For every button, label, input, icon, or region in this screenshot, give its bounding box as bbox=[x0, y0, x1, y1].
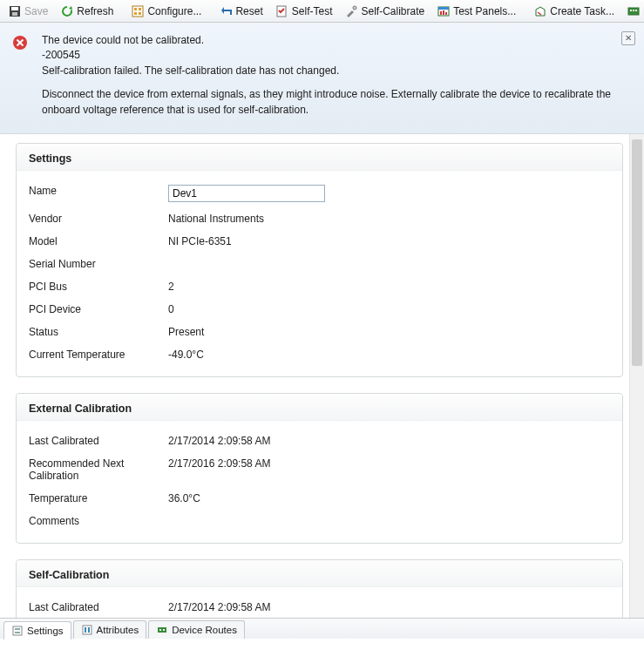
tab-label: Attributes bbox=[97, 625, 139, 635]
external-calibration-panel: External Calibration Last Calibrated 2/1… bbox=[16, 393, 623, 544]
tab-label: Device Routes bbox=[172, 625, 237, 635]
error-line3: Disconnect the device from external sign… bbox=[42, 87, 613, 118]
create-task-button[interactable]: Create Task... bbox=[528, 2, 620, 21]
row-vendor: Vendor National Instruments bbox=[29, 207, 610, 230]
bottom-tabs: Settings Attributes Device Routes bbox=[0, 618, 644, 639]
row-model: Model NI PCIe-6351 bbox=[29, 230, 610, 253]
row-next-calibration: Recommended Next Calibration 2/17/2016 2… bbox=[29, 452, 610, 487]
row-name: Name bbox=[29, 179, 610, 207]
value: 0 bbox=[168, 303, 610, 315]
svg-rect-21 bbox=[15, 628, 20, 630]
toolbar-label: Save bbox=[24, 5, 48, 17]
settings-panel: Settings Name Vendor National Instrument… bbox=[16, 143, 623, 377]
label: Name bbox=[29, 185, 168, 197]
svg-rect-20 bbox=[13, 626, 22, 635]
test-panels-button[interactable]: Test Panels... bbox=[431, 2, 521, 21]
value: 2/17/2014 2:09:58 AM bbox=[168, 601, 610, 613]
save-icon bbox=[8, 4, 22, 18]
label: PCI Bus bbox=[29, 281, 168, 293]
label: Recommended Next Calibration bbox=[29, 457, 168, 482]
create-task-icon bbox=[533, 4, 547, 18]
device-icon bbox=[627, 4, 641, 18]
label: Current Temperature bbox=[29, 349, 168, 361]
toolbar-label: Test Panels... bbox=[453, 5, 516, 17]
error-line2: Self-calibration failed. The self-calibr… bbox=[42, 64, 613, 78]
row-comments: Comments bbox=[29, 510, 610, 532]
toolbar-label: Self-Test bbox=[292, 5, 333, 17]
svg-rect-4 bbox=[134, 8, 137, 10]
error-code: -200545 bbox=[42, 48, 613, 63]
label: Model bbox=[29, 235, 168, 247]
label: Last Calibrated bbox=[29, 601, 168, 613]
attributes-tab-icon bbox=[81, 624, 93, 636]
svg-rect-2 bbox=[12, 12, 17, 16]
self-calibrate-icon bbox=[344, 4, 358, 18]
value: NI PCIe-6351 bbox=[168, 235, 610, 247]
row-pci-device: PCI Device 0 bbox=[29, 298, 610, 321]
test-panels-icon bbox=[437, 4, 451, 18]
label: Status bbox=[29, 326, 168, 338]
toolbar: Save Refresh Configure... Reset Self-Tes… bbox=[0, 0, 644, 23]
value: National Instruments bbox=[168, 213, 610, 225]
row-ext-temp: Temperature 36.0°C bbox=[29, 487, 610, 510]
svg-rect-6 bbox=[134, 12, 137, 15]
svg-rect-24 bbox=[85, 627, 86, 633]
svg-point-9 bbox=[353, 6, 356, 10]
configure-button[interactable]: Configure... bbox=[125, 2, 207, 21]
toolbar-label: Refresh bbox=[77, 5, 113, 17]
svg-rect-28 bbox=[163, 629, 165, 631]
label: Comments bbox=[29, 515, 168, 527]
svg-rect-27 bbox=[159, 629, 161, 631]
refresh-icon bbox=[60, 4, 74, 18]
tab-settings[interactable]: Settings bbox=[3, 621, 71, 640]
vertical-scrollbar[interactable] bbox=[629, 134, 644, 618]
row-status: Status Present bbox=[29, 321, 610, 343]
device-name-input[interactable] bbox=[168, 185, 325, 202]
svg-rect-11 bbox=[438, 7, 449, 10]
dev-button[interactable]: Dev bbox=[621, 2, 644, 21]
tab-label: Settings bbox=[27, 626, 64, 636]
row-current-temp: Current Temperature -49.0°C bbox=[29, 343, 610, 366]
panel-header: Settings bbox=[17, 144, 622, 171]
tab-device-routes[interactable]: Device Routes bbox=[148, 620, 245, 639]
svg-rect-26 bbox=[158, 627, 166, 633]
reset-button[interactable]: Reset bbox=[214, 2, 268, 21]
self-test-icon bbox=[275, 4, 289, 18]
label: Last Calibrated bbox=[29, 435, 168, 447]
svg-rect-25 bbox=[88, 627, 90, 633]
error-icon bbox=[12, 35, 28, 51]
tab-attributes[interactable]: Attributes bbox=[73, 620, 147, 639]
row-serial: Serial Number bbox=[29, 253, 610, 275]
label: Temperature bbox=[29, 492, 168, 504]
toolbar-label: Self-Calibrate bbox=[361, 5, 424, 17]
svg-rect-12 bbox=[440, 11, 442, 15]
value: Present bbox=[168, 326, 610, 338]
label: Vendor bbox=[29, 213, 168, 225]
row-self-last: Last Calibrated 2/17/2014 2:09:58 AM bbox=[29, 596, 610, 618]
label: Serial Number bbox=[29, 258, 168, 270]
svg-rect-18 bbox=[635, 10, 637, 11]
save-button[interactable]: Save bbox=[3, 2, 53, 21]
value: 2/17/2016 2:09:58 AM bbox=[168, 457, 610, 470]
svg-rect-23 bbox=[83, 626, 92, 634]
panel-header: Self-Calibration bbox=[17, 560, 622, 587]
configure-icon bbox=[131, 4, 145, 18]
svg-rect-16 bbox=[630, 10, 632, 11]
svg-rect-5 bbox=[139, 8, 141, 10]
error-banner: ✕ The device could not be calibrated. -2… bbox=[0, 23, 644, 134]
close-icon: ✕ bbox=[625, 32, 632, 45]
self-test-button[interactable]: Self-Test bbox=[270, 2, 338, 21]
settings-tab-icon bbox=[11, 625, 24, 637]
value: -49.0°C bbox=[168, 349, 610, 361]
close-error-button[interactable]: ✕ bbox=[621, 31, 635, 45]
refresh-button[interactable]: Refresh bbox=[55, 2, 119, 21]
error-line1: The device could not be calibrated. bbox=[42, 33, 613, 48]
svg-rect-3 bbox=[132, 6, 143, 17]
row-pci-bus: PCI Bus 2 bbox=[29, 275, 610, 298]
svg-rect-7 bbox=[139, 12, 141, 15]
label: PCI Device bbox=[29, 303, 168, 315]
reset-icon bbox=[219, 4, 233, 18]
scroll-thumb[interactable] bbox=[632, 139, 642, 366]
self-calibrate-button[interactable]: Self-Calibrate bbox=[339, 2, 430, 21]
content-area: Settings Name Vendor National Instrument… bbox=[0, 134, 644, 618]
